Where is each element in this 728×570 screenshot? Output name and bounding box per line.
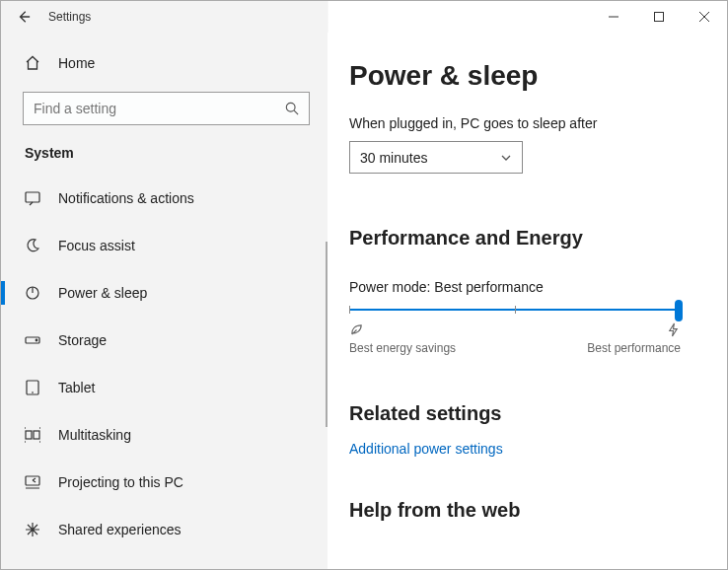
sidebar-item-label: Notifications & actions: [58, 190, 194, 206]
sidebar-item-projecting[interactable]: Projecting to this PC: [1, 459, 328, 506]
power-mode-label: Power mode: Best performance: [349, 279, 695, 295]
power-mode-slider[interactable]: [349, 309, 681, 311]
additional-power-settings-link[interactable]: Additional power settings: [349, 441, 503, 457]
page-title: Power & sleep: [349, 60, 695, 92]
maximize-button[interactable]: [636, 1, 682, 33]
slider-label-right: Best performance: [587, 322, 681, 355]
notifications-icon: [25, 190, 40, 206]
sidebar-item-label: Projecting to this PC: [58, 474, 183, 490]
window-title: Settings: [48, 10, 91, 24]
slider-tick: [515, 306, 516, 314]
sidebar-item-notifications[interactable]: Notifications & actions: [1, 175, 328, 222]
multitasking-icon: [25, 427, 40, 443]
leaf-icon: [349, 322, 364, 337]
svg-rect-0: [655, 13, 664, 22]
storage-icon: [25, 332, 40, 348]
home-icon: [25, 55, 40, 71]
window-controls: [591, 1, 727, 33]
sidebar-item-label: Shared experiences: [58, 522, 182, 537]
sidebar-item-storage[interactable]: Storage: [1, 317, 328, 364]
svg-point-1: [286, 103, 295, 111]
content-area: Home System Notifications & actions Focu…: [1, 33, 727, 569]
search-icon: [275, 102, 309, 115]
related-heading: Related settings: [349, 402, 695, 425]
chevron-down-icon: [500, 152, 512, 164]
minimize-button[interactable]: [591, 1, 636, 33]
slider-labels: Best energy savings Best performance: [349, 322, 681, 355]
slider-thumb[interactable]: [675, 300, 683, 321]
svg-rect-2: [26, 192, 39, 202]
sidebar-item-label: Multitasking: [58, 427, 131, 443]
svg-rect-7: [26, 431, 32, 439]
slider-tick: [349, 306, 350, 314]
sleep-dropdown[interactable]: 30 minutes: [349, 141, 523, 174]
moon-icon: [25, 238, 40, 253]
shared-icon: [25, 522, 40, 537]
home-link[interactable]: Home: [1, 44, 328, 82]
main-panel: Power & sleep When plugged in, PC goes t…: [328, 33, 727, 569]
sidebar: Home System Notifications & actions Focu…: [1, 33, 328, 569]
sidebar-item-label: Power & sleep: [58, 285, 147, 301]
performance-heading: Performance and Energy: [349, 227, 695, 249]
sidebar-item-label: Focus assist: [58, 238, 135, 253]
titlebar: Settings: [1, 1, 727, 33]
section-label: System: [25, 145, 328, 161]
back-button[interactable]: [1, 1, 46, 33]
projecting-icon: [25, 474, 40, 490]
sidebar-item-label: Storage: [58, 332, 107, 348]
help-heading: Help from the web: [349, 499, 695, 522]
sidebar-item-multitasking[interactable]: Multitasking: [1, 411, 328, 459]
nav-list: Notifications & actions Focus assist Pow…: [1, 175, 328, 553]
sidebar-item-shared-experiences[interactable]: Shared experiences: [1, 506, 328, 553]
svg-rect-8: [34, 431, 39, 439]
slider-label-left: Best energy savings: [349, 322, 456, 355]
sleep-label: When plugged in, PC goes to sleep after: [349, 115, 695, 131]
lightning-icon: [666, 322, 681, 337]
home-label: Home: [58, 55, 95, 71]
sidebar-item-focus-assist[interactable]: Focus assist: [1, 222, 328, 269]
sidebar-item-power-sleep[interactable]: Power & sleep: [1, 269, 328, 317]
close-button[interactable]: [682, 1, 727, 33]
search-input[interactable]: [24, 101, 275, 116]
sidebar-item-tablet[interactable]: Tablet: [1, 364, 328, 411]
sidebar-item-label: Tablet: [58, 380, 95, 395]
dropdown-value: 30 minutes: [360, 150, 427, 166]
search-box[interactable]: [23, 92, 310, 125]
slider-track: [349, 309, 681, 311]
tablet-icon: [25, 380, 40, 395]
svg-point-5: [36, 339, 37, 341]
power-icon: [25, 285, 40, 301]
